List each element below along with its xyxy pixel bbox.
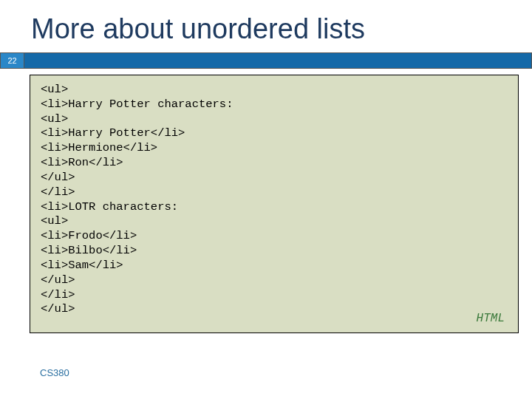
header-bar: 22 — [0, 52, 532, 69]
code-block: <ul> <li>Harry Potter characters: <ul> <… — [30, 75, 519, 333]
code-content: <ul> <li>Harry Potter characters: <ul> <… — [41, 83, 508, 317]
page-number-badge: 22 — [0, 52, 24, 69]
accent-bar — [24, 52, 532, 69]
slide: More about unordered lists 22 <ul> <li>H… — [0, 0, 532, 399]
language-label: HTML — [477, 312, 505, 325]
slide-title: More about unordered lists — [0, 0, 532, 52]
footer-text: CS380 — [40, 367, 69, 378]
